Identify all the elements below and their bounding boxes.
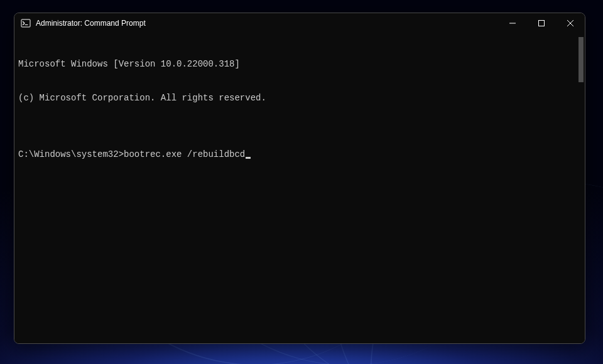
terminal-output-line: Microsoft Windows [Version 10.0.22000.31… bbox=[18, 58, 581, 70]
prompt-path: C:\Windows\system32> bbox=[18, 149, 124, 160]
terminal-prompt-line: C:\Windows\system32>bootrec.exe /rebuild… bbox=[18, 149, 581, 160]
close-button[interactable] bbox=[556, 13, 585, 33]
terminal-area[interactable]: Microsoft Windows [Version 10.0.22000.31… bbox=[14, 33, 585, 343]
titlebar[interactable]: Administrator: Command Prompt bbox=[14, 13, 585, 33]
window-controls bbox=[498, 13, 585, 33]
maximize-button[interactable] bbox=[527, 13, 556, 33]
svg-rect-3 bbox=[539, 21, 545, 26]
typed-command: bootrec.exe /rebuildbcd bbox=[124, 149, 245, 160]
command-prompt-window: Administrator: Command Prompt Microsoft … bbox=[14, 13, 585, 344]
vertical-scrollbar[interactable] bbox=[579, 37, 584, 82]
svg-rect-0 bbox=[21, 19, 30, 27]
text-cursor bbox=[246, 157, 251, 159]
terminal-output-line: (c) Microsoft Corporation. All rights re… bbox=[18, 92, 581, 104]
minimize-button[interactable] bbox=[498, 13, 527, 33]
cmd-icon bbox=[21, 18, 31, 28]
window-title: Administrator: Command Prompt bbox=[36, 19, 146, 28]
